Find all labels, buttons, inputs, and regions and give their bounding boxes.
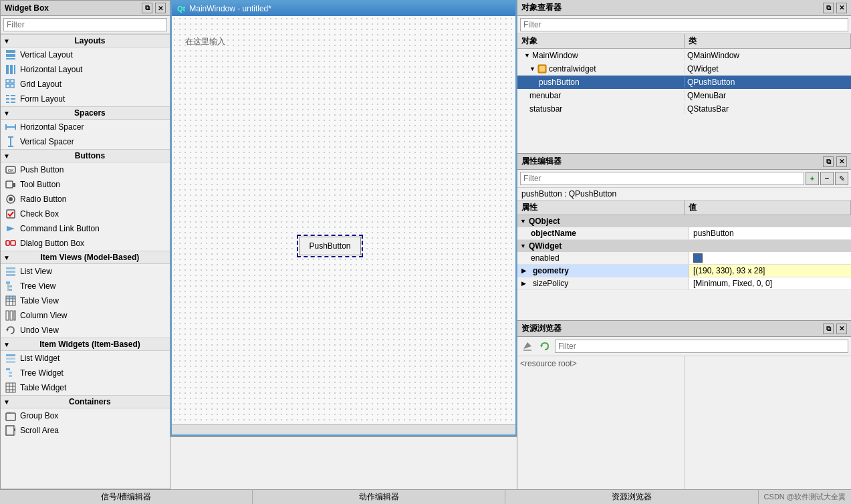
widget-item-horizontal-layout[interactable]: Horizontal Layout (1, 62, 170, 77)
widget-box-filter-input[interactable] (3, 18, 167, 31)
object-inspector-header: 对象 类 (517, 34, 851, 49)
list-view-label: List View (20, 267, 52, 276)
svg-rect-24 (6, 181, 13, 188)
section-item-views[interactable]: ▼ Item Views (Model-Based) (1, 251, 170, 264)
widget-box-title-bar: Widget Box ⧉ ✕ (1, 1, 170, 16)
vertical-layout-icon (5, 49, 17, 61)
prop-name-header: 属性 (517, 201, 685, 215)
widget-item-check-box[interactable]: Check Box (1, 207, 170, 221)
property-editor-close-btn[interactable]: ✕ (836, 156, 847, 167)
centralwidget-icon (537, 64, 547, 74)
object-inspector-float-btn[interactable]: ⧉ (823, 3, 834, 13)
resource-edit-btn[interactable] (520, 339, 535, 354)
prop-remove-btn[interactable]: − (820, 172, 834, 185)
widget-item-table-view[interactable]: Table View (1, 293, 170, 308)
widget-item-vertical-layout[interactable]: Vertical Layout (1, 47, 170, 62)
svg-rect-52 (6, 368, 10, 370)
tree-row-menubar[interactable]: menubar QMenuBar (517, 89, 851, 102)
designer-scrollbar[interactable] (172, 424, 515, 434)
vertical-spacer-label: Vertical Spacer (20, 137, 74, 146)
widget-item-table-widget[interactable]: Table Widget (1, 380, 170, 395)
status-tab-signals[interactable]: 信号/槽编辑器 (0, 490, 253, 504)
svg-rect-66 (539, 66, 545, 72)
property-filter-input[interactable] (520, 172, 804, 185)
column-view-icon (5, 309, 17, 322)
status-tab-actions[interactable]: 动作编辑器 (253, 490, 505, 504)
svg-rect-10 (6, 95, 9, 96)
widget-item-tool-button[interactable]: Tool Button (1, 177, 170, 192)
section-layouts[interactable]: ▼ Layouts (1, 34, 170, 47)
object-inspector-close-btn[interactable]: ✕ (836, 3, 847, 13)
widget-item-dialog-button-box[interactable]: Dialog Button Box (1, 236, 170, 251)
widget-item-push-button[interactable]: OK Push Button (1, 162, 170, 177)
resource-browser-float-btn[interactable]: ⧉ (823, 324, 834, 334)
tree-row-centralwidget[interactable]: ▼ centralwidget QWidget (517, 62, 851, 76)
push-button-widget[interactable]: PushButton (299, 237, 361, 255)
prop-enabled-name: enabled (517, 252, 689, 264)
csdn-watermark: CSDN @软件测试大全翼 (759, 491, 851, 503)
prop-add-btn[interactable]: + (806, 172, 819, 185)
widget-item-vertical-spacer[interactable]: Vertical Spacer (1, 134, 170, 149)
prop-enabled-value (689, 252, 851, 264)
qt-logo: Qt (177, 5, 185, 13)
item-widgets-label: Item Widgets (Item-Based) (13, 340, 167, 349)
widget-item-list-view[interactable]: List View (1, 264, 170, 279)
check-box-icon (5, 208, 17, 220)
widget-item-tree-widget[interactable]: Tree Widget (1, 366, 170, 380)
spacers-arrow: ▼ (3, 110, 10, 117)
prop-row-geometry[interactable]: ▶ geometry [(190, 330), 93 x 28] (517, 265, 851, 277)
dialog-button-box-icon (5, 237, 17, 249)
group-box-label: Group Box (20, 411, 58, 420)
section-spacers[interactable]: ▼ Spacers (1, 106, 170, 120)
svg-rect-62 (6, 426, 14, 435)
vertical-spacer-icon (5, 136, 17, 148)
widget-item-form-layout[interactable]: Form Layout (1, 92, 170, 106)
widget-item-tree-view[interactable]: Tree View (1, 279, 170, 293)
widget-list: ▼ Layouts Vertical Layout Horizontal Lay… (1, 34, 170, 489)
resource-refresh-btn[interactable] (537, 339, 552, 354)
prop-objectname-name: objectName (517, 227, 689, 239)
widget-box-float-btn[interactable]: ⧉ (142, 3, 152, 13)
centralwidget-name: centralwidget (549, 64, 596, 74)
enabled-checkbox[interactable] (693, 253, 703, 263)
tree-widget-icon (5, 367, 17, 379)
object-inspector-filter-input[interactable] (520, 18, 848, 31)
widget-box-close-btn[interactable]: ✕ (155, 3, 166, 13)
section-buttons[interactable]: ▼ Buttons (1, 149, 170, 162)
tree-row-mainwindow[interactable]: ▼ MainWindow QMainWindow (517, 49, 851, 62)
layouts-arrow: ▼ (3, 37, 10, 45)
widget-item-group-box[interactable]: — Group Box (1, 408, 170, 423)
tree-view-icon (5, 280, 17, 292)
object-inspector-title-bar: 对象查看器 ⧉ ✕ (517, 0, 851, 16)
widget-item-command-link-button[interactable]: Command Link Button (1, 221, 170, 236)
widget-item-list-widget[interactable]: List Widget (1, 351, 170, 366)
prop-section-qwidget[interactable]: ▼ QWidget (517, 240, 851, 252)
section-item-widgets[interactable]: ▼ Item Widgets (Item-Based) (1, 338, 170, 351)
svg-rect-37 (9, 289, 12, 291)
prop-row-sizepolicy[interactable]: ▶ sizePolicy [Minimum, Fixed, 0, 0] (517, 277, 851, 290)
undo-view-label: Undo View (20, 326, 59, 335)
radio-button-label: Radio Button (20, 195, 66, 204)
section-containers[interactable]: ▼ Containers (1, 395, 170, 408)
resource-browser-close-btn[interactable]: ✕ (836, 324, 847, 334)
widget-item-column-view[interactable]: Column View (1, 308, 170, 323)
svg-rect-51 (6, 361, 15, 363)
widget-item-radio-button[interactable]: Radio Button (1, 192, 170, 207)
prop-row-enabled[interactable]: enabled (517, 252, 851, 265)
property-editor-float-btn[interactable]: ⧉ (823, 156, 834, 167)
tree-row-pushbutton[interactable]: pushButton QPushButton (517, 76, 851, 89)
prop-section-qobject[interactable]: ▼ QObject (517, 215, 851, 227)
widget-item-undo-view[interactable]: Undo View (1, 323, 170, 338)
prop-edit-btn[interactable]: ✎ (835, 172, 848, 185)
widget-item-grid-layout[interactable]: Grid Layout (1, 77, 170, 92)
designer-canvas[interactable]: 在这里输入 PushButton (172, 16, 515, 424)
widget-item-scroll-area[interactable]: Scroll Area (1, 423, 170, 438)
status-tab-resources[interactable]: 资源浏览器 (505, 490, 758, 504)
widget-item-horizontal-spacer[interactable]: Horizontal Spacer (1, 120, 170, 134)
object-tree: ▼ MainWindow QMainWindow ▼ centralwidget (517, 49, 851, 153)
prop-row-objectname[interactable]: objectName pushButton (517, 227, 851, 240)
svg-marker-48 (6, 329, 9, 332)
resource-filter-input[interactable] (555, 340, 848, 353)
tree-row-statusbar[interactable]: statusbar QStatusBar (517, 102, 851, 116)
tool-button-icon (5, 178, 17, 191)
